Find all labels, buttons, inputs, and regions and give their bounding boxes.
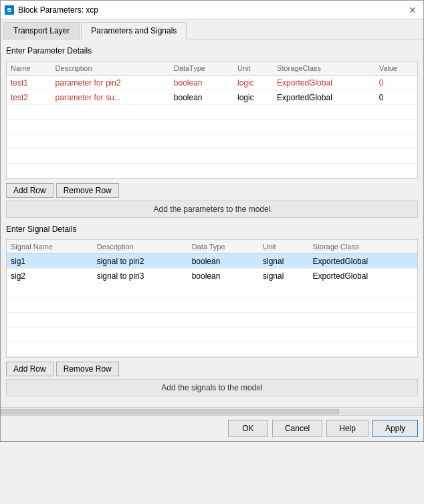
tab-params-signals[interactable]: Parameters and Signals [81, 22, 187, 39]
signals-col-storageclass: Storage Class [308, 240, 417, 254]
param-storageclass-2[interactable]: ExportedGlobal [273, 90, 375, 105]
cancel-button[interactable]: Cancel [272, 420, 322, 437]
tab-transport[interactable]: Transport Layer [3, 22, 80, 39]
params-add-row-button[interactable]: Add Row [6, 183, 54, 198]
signals-col-datatype: Data Type [188, 240, 259, 254]
signal-storageclass-1[interactable]: ExportedGlobal [308, 254, 417, 269]
horizontal-scrollbar[interactable] [1, 409, 423, 414]
signal-desc-2[interactable]: signal to pin3 [93, 269, 188, 283]
params-table-container: Name Description DataType Unit StorageCl… [6, 61, 418, 179]
params-remove-row-button[interactable]: Remove Row [56, 183, 119, 198]
table-row[interactable] [7, 164, 417, 178]
signals-table: Signal Name Description Data Type Unit S… [7, 240, 417, 357]
signals-button-row: Add Row Remove Row [6, 362, 418, 376]
table-row[interactable] [7, 298, 417, 313]
table-row[interactable]: test1 parameter for pin2 boolean logic E… [7, 76, 417, 90]
params-button-row: Add Row Remove Row [6, 183, 418, 198]
table-row[interactable] [7, 134, 417, 149]
params-col-name: Name [7, 61, 51, 76]
signals-section-title: Enter Signal Details [6, 223, 418, 235]
signal-unit-2[interactable]: signal [259, 269, 308, 283]
horizontal-scrollbar-area[interactable] [1, 407, 423, 415]
footer: OK Cancel Help Apply [1, 415, 423, 441]
ok-button[interactable]: OK [228, 420, 268, 437]
params-table-body: test1 parameter for pin2 boolean logic E… [7, 76, 417, 178]
params-table: Name Description DataType Unit StorageCl… [7, 61, 417, 178]
params-col-unit: Unit [233, 61, 273, 76]
signals-remove-row-button[interactable]: Remove Row [56, 362, 119, 376]
table-row[interactable]: test2 parameter for su... boolean logic … [7, 90, 417, 105]
signals-col-name: Signal Name [7, 240, 93, 254]
signals-header-row: Signal Name Description Data Type Unit S… [7, 240, 417, 254]
param-desc-2[interactable]: parameter for su... [51, 90, 170, 105]
table-row[interactable] [7, 313, 417, 328]
param-name-1[interactable]: test1 [7, 76, 51, 90]
signal-storageclass-2[interactable]: ExportedGlobal [308, 269, 417, 283]
help-button[interactable]: Help [326, 420, 368, 437]
tab-content: Enter Parameter Details Name Description… [1, 39, 423, 407]
param-unit-1[interactable]: logic [233, 76, 273, 90]
table-row[interactable] [7, 105, 417, 120]
apply-button[interactable]: Apply [373, 420, 418, 437]
signals-col-unit: Unit [259, 240, 308, 254]
params-header-row: Name Description DataType Unit StorageCl… [7, 61, 417, 76]
tab-bar: Transport Layer Parameters and Signals [1, 19, 423, 39]
signals-table-body: sig1 signal to pin2 boolean signal Expor… [7, 254, 417, 357]
params-col-storageclass: StorageClass [273, 61, 375, 76]
param-value-1[interactable]: 0 [375, 76, 417, 90]
param-datatype-2[interactable]: boolean [170, 90, 233, 105]
window-icon: B [5, 5, 14, 15]
params-col-desc: Description [51, 61, 170, 76]
signal-desc-1[interactable]: signal to pin2 [93, 254, 188, 269]
signals-add-row-button[interactable]: Add Row [6, 362, 54, 376]
signals-table-container: Signal Name Description Data Type Unit S… [6, 239, 418, 358]
params-info-bar: Add the parameters to the model [6, 201, 418, 218]
title-bar: B Block Parameters: xcp ✕ [1, 1, 423, 19]
params-col-datatype: DataType [170, 61, 233, 76]
signal-name-1[interactable]: sig1 [7, 254, 93, 269]
table-row[interactable]: sig1 signal to pin2 boolean signal Expor… [7, 254, 417, 269]
main-window: B Block Parameters: xcp ✕ Transport Laye… [0, 0, 424, 442]
signals-info-bar: Add the signals to the model [6, 379, 418, 396]
title-bar-left: B Block Parameters: xcp [5, 5, 98, 15]
table-row[interactable] [7, 120, 417, 134]
signal-datatype-2[interactable]: boolean [188, 269, 259, 283]
param-storageclass-1[interactable]: ExportedGlobal [273, 76, 375, 90]
window-title: Block Parameters: xcp [18, 5, 98, 15]
signals-col-desc: Description [93, 240, 188, 254]
param-datatype-1[interactable]: boolean [170, 76, 233, 90]
signal-name-2[interactable]: sig2 [7, 269, 93, 283]
scrollbar-thumb[interactable] [1, 409, 339, 414]
param-unit-2[interactable]: logic [233, 90, 273, 105]
param-value-2[interactable]: 0 [375, 90, 417, 105]
table-row[interactable] [7, 342, 417, 357]
param-name-2[interactable]: test2 [7, 90, 51, 105]
signal-unit-1[interactable]: signal [259, 254, 308, 269]
params-section-title: Enter Parameter Details [6, 45, 418, 57]
signal-datatype-1[interactable]: boolean [188, 254, 259, 269]
params-col-value: Value [375, 61, 417, 76]
table-row[interactable] [7, 283, 417, 298]
param-desc-1[interactable]: parameter for pin2 [51, 76, 170, 90]
close-button[interactable]: ✕ [406, 3, 419, 17]
table-row[interactable] [7, 328, 417, 342]
table-row[interactable]: sig2 signal to pin3 boolean signal Expor… [7, 269, 417, 283]
table-row[interactable] [7, 149, 417, 164]
